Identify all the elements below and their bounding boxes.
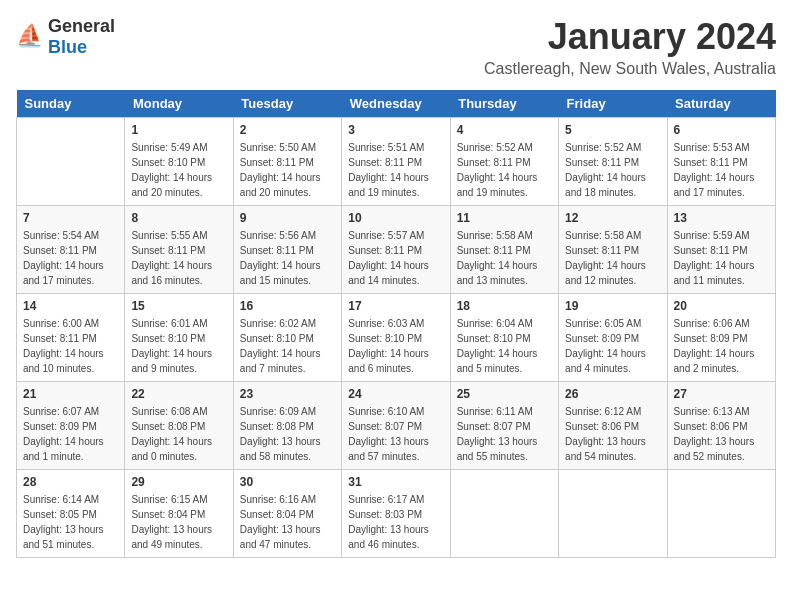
day-number: 31 — [348, 475, 443, 489]
day-info: Sunrise: 6:13 AMSunset: 8:06 PMDaylight:… — [674, 404, 769, 464]
day-number: 19 — [565, 299, 660, 313]
day-info: Sunrise: 5:58 AMSunset: 8:11 PMDaylight:… — [565, 228, 660, 288]
calendar-week-row: 28Sunrise: 6:14 AMSunset: 8:05 PMDayligh… — [17, 470, 776, 558]
day-number: 23 — [240, 387, 335, 401]
day-number: 2 — [240, 123, 335, 137]
day-number: 9 — [240, 211, 335, 225]
day-info: Sunrise: 5:56 AMSunset: 8:11 PMDaylight:… — [240, 228, 335, 288]
calendar-week-row: 7Sunrise: 5:54 AMSunset: 8:11 PMDaylight… — [17, 206, 776, 294]
day-number: 1 — [131, 123, 226, 137]
logo-text-blue: Blue — [48, 37, 87, 57]
calendar-day-cell: 18Sunrise: 6:04 AMSunset: 8:10 PMDayligh… — [450, 294, 558, 382]
day-info: Sunrise: 5:53 AMSunset: 8:11 PMDaylight:… — [674, 140, 769, 200]
calendar-day-cell: 23Sunrise: 6:09 AMSunset: 8:08 PMDayligh… — [233, 382, 341, 470]
header: ⛵ General Blue January 2024 Castlereagh,… — [16, 16, 776, 78]
day-info: Sunrise: 6:10 AMSunset: 8:07 PMDaylight:… — [348, 404, 443, 464]
calendar-day-cell: 25Sunrise: 6:11 AMSunset: 8:07 PMDayligh… — [450, 382, 558, 470]
day-number: 11 — [457, 211, 552, 225]
day-number: 8 — [131, 211, 226, 225]
calendar-day-cell: 11Sunrise: 5:58 AMSunset: 8:11 PMDayligh… — [450, 206, 558, 294]
title-area: January 2024 Castlereagh, New South Wale… — [484, 16, 776, 78]
day-info: Sunrise: 5:58 AMSunset: 8:11 PMDaylight:… — [457, 228, 552, 288]
day-info: Sunrise: 6:03 AMSunset: 8:10 PMDaylight:… — [348, 316, 443, 376]
day-info: Sunrise: 6:08 AMSunset: 8:08 PMDaylight:… — [131, 404, 226, 464]
weekday-header-row: SundayMondayTuesdayWednesdayThursdayFrid… — [17, 90, 776, 118]
calendar-day-cell: 30Sunrise: 6:16 AMSunset: 8:04 PMDayligh… — [233, 470, 341, 558]
day-number: 15 — [131, 299, 226, 313]
calendar-day-cell: 7Sunrise: 5:54 AMSunset: 8:11 PMDaylight… — [17, 206, 125, 294]
day-info: Sunrise: 6:14 AMSunset: 8:05 PMDaylight:… — [23, 492, 118, 552]
day-number: 28 — [23, 475, 118, 489]
logo-text-general: General — [48, 16, 115, 36]
weekday-header-cell: Monday — [125, 90, 233, 118]
calendar-title: January 2024 — [484, 16, 776, 58]
calendar-day-cell — [667, 470, 775, 558]
svg-text:⛵: ⛵ — [16, 23, 44, 49]
day-info: Sunrise: 6:16 AMSunset: 8:04 PMDaylight:… — [240, 492, 335, 552]
day-info: Sunrise: 6:12 AMSunset: 8:06 PMDaylight:… — [565, 404, 660, 464]
day-number: 27 — [674, 387, 769, 401]
calendar-day-cell: 12Sunrise: 5:58 AMSunset: 8:11 PMDayligh… — [559, 206, 667, 294]
day-info: Sunrise: 6:05 AMSunset: 8:09 PMDaylight:… — [565, 316, 660, 376]
day-number: 3 — [348, 123, 443, 137]
day-number: 20 — [674, 299, 769, 313]
calendar-day-cell: 10Sunrise: 5:57 AMSunset: 8:11 PMDayligh… — [342, 206, 450, 294]
calendar-day-cell: 20Sunrise: 6:06 AMSunset: 8:09 PMDayligh… — [667, 294, 775, 382]
calendar-day-cell: 4Sunrise: 5:52 AMSunset: 8:11 PMDaylight… — [450, 118, 558, 206]
day-number: 18 — [457, 299, 552, 313]
weekday-header-cell: Tuesday — [233, 90, 341, 118]
calendar-day-cell: 22Sunrise: 6:08 AMSunset: 8:08 PMDayligh… — [125, 382, 233, 470]
calendar-day-cell: 3Sunrise: 5:51 AMSunset: 8:11 PMDaylight… — [342, 118, 450, 206]
calendar-week-row: 21Sunrise: 6:07 AMSunset: 8:09 PMDayligh… — [17, 382, 776, 470]
calendar-day-cell: 21Sunrise: 6:07 AMSunset: 8:09 PMDayligh… — [17, 382, 125, 470]
day-number: 25 — [457, 387, 552, 401]
day-info: Sunrise: 6:00 AMSunset: 8:11 PMDaylight:… — [23, 316, 118, 376]
calendar-day-cell — [559, 470, 667, 558]
weekday-header-cell: Sunday — [17, 90, 125, 118]
day-number: 4 — [457, 123, 552, 137]
day-number: 29 — [131, 475, 226, 489]
day-info: Sunrise: 6:11 AMSunset: 8:07 PMDaylight:… — [457, 404, 552, 464]
calendar-day-cell: 26Sunrise: 6:12 AMSunset: 8:06 PMDayligh… — [559, 382, 667, 470]
day-info: Sunrise: 5:54 AMSunset: 8:11 PMDaylight:… — [23, 228, 118, 288]
calendar-day-cell: 27Sunrise: 6:13 AMSunset: 8:06 PMDayligh… — [667, 382, 775, 470]
calendar-day-cell: 2Sunrise: 5:50 AMSunset: 8:11 PMDaylight… — [233, 118, 341, 206]
day-info: Sunrise: 5:52 AMSunset: 8:11 PMDaylight:… — [565, 140, 660, 200]
day-info: Sunrise: 5:49 AMSunset: 8:10 PMDaylight:… — [131, 140, 226, 200]
day-number: 7 — [23, 211, 118, 225]
day-number: 14 — [23, 299, 118, 313]
day-number: 24 — [348, 387, 443, 401]
calendar-day-cell: 8Sunrise: 5:55 AMSunset: 8:11 PMDaylight… — [125, 206, 233, 294]
calendar-day-cell: 19Sunrise: 6:05 AMSunset: 8:09 PMDayligh… — [559, 294, 667, 382]
calendar-day-cell: 1Sunrise: 5:49 AMSunset: 8:10 PMDaylight… — [125, 118, 233, 206]
day-number: 13 — [674, 211, 769, 225]
day-info: Sunrise: 5:57 AMSunset: 8:11 PMDaylight:… — [348, 228, 443, 288]
day-number: 16 — [240, 299, 335, 313]
day-number: 5 — [565, 123, 660, 137]
day-info: Sunrise: 5:50 AMSunset: 8:11 PMDaylight:… — [240, 140, 335, 200]
weekday-header-cell: Friday — [559, 90, 667, 118]
calendar-day-cell: 29Sunrise: 6:15 AMSunset: 8:04 PMDayligh… — [125, 470, 233, 558]
day-info: Sunrise: 6:04 AMSunset: 8:10 PMDaylight:… — [457, 316, 552, 376]
calendar-day-cell: 16Sunrise: 6:02 AMSunset: 8:10 PMDayligh… — [233, 294, 341, 382]
calendar-day-cell — [17, 118, 125, 206]
day-number: 12 — [565, 211, 660, 225]
day-info: Sunrise: 5:52 AMSunset: 8:11 PMDaylight:… — [457, 140, 552, 200]
day-number: 10 — [348, 211, 443, 225]
calendar-subtitle: Castlereagh, New South Wales, Australia — [484, 60, 776, 78]
day-info: Sunrise: 6:02 AMSunset: 8:10 PMDaylight:… — [240, 316, 335, 376]
day-info: Sunrise: 5:51 AMSunset: 8:11 PMDaylight:… — [348, 140, 443, 200]
logo: ⛵ General Blue — [16, 16, 115, 58]
calendar-day-cell: 31Sunrise: 6:17 AMSunset: 8:03 PMDayligh… — [342, 470, 450, 558]
day-info: Sunrise: 6:06 AMSunset: 8:09 PMDaylight:… — [674, 316, 769, 376]
calendar-day-cell: 9Sunrise: 5:56 AMSunset: 8:11 PMDaylight… — [233, 206, 341, 294]
day-number: 30 — [240, 475, 335, 489]
calendar-day-cell: 28Sunrise: 6:14 AMSunset: 8:05 PMDayligh… — [17, 470, 125, 558]
calendar-day-cell — [450, 470, 558, 558]
calendar-day-cell: 6Sunrise: 5:53 AMSunset: 8:11 PMDaylight… — [667, 118, 775, 206]
day-number: 6 — [674, 123, 769, 137]
day-info: Sunrise: 6:01 AMSunset: 8:10 PMDaylight:… — [131, 316, 226, 376]
calendar-body: 1Sunrise: 5:49 AMSunset: 8:10 PMDaylight… — [17, 118, 776, 558]
calendar-week-row: 14Sunrise: 6:00 AMSunset: 8:11 PMDayligh… — [17, 294, 776, 382]
calendar-week-row: 1Sunrise: 5:49 AMSunset: 8:10 PMDaylight… — [17, 118, 776, 206]
